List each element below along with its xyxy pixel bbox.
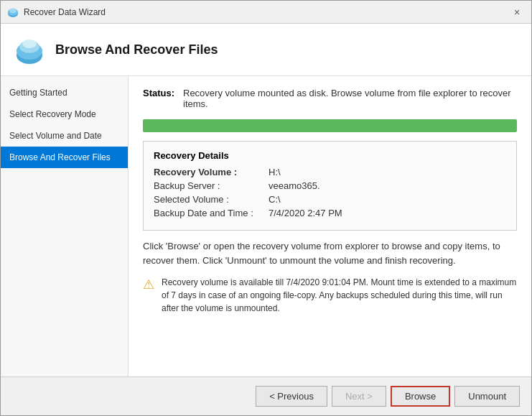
browse-button[interactable]: Browse	[391, 386, 450, 407]
svg-point-2	[9, 8, 17, 13]
details-value-1: veeamo365.	[269, 180, 320, 191]
sidebar-item-getting-started[interactable]: Getting Started	[1, 82, 128, 103]
details-row-0: Recovery Volume : H:\	[154, 167, 506, 177]
footer: < Previous Next > Browse Unmount	[1, 376, 531, 415]
details-row-1: Backup Server : veeamo365.	[154, 180, 506, 191]
details-row-3: Backup Date and Time : 7/4/2020 2:47 PM	[154, 208, 506, 218]
details-value-3: 7/4/2020 2:47 PM	[269, 208, 342, 218]
status-row: Status: Recovery volume mounted as disk.…	[143, 88, 517, 109]
title-bar: Recover Data Wizard ×	[1, 1, 531, 24]
details-value-0: H:\	[269, 167, 281, 177]
warning-text: Recovery volume is available till 7/4/20…	[162, 276, 517, 315]
details-title: Recovery Details	[154, 150, 506, 161]
sidebar: Getting Started Select Recovery Mode Sel…	[1, 76, 129, 376]
details-row-2: Selected Volume : C:\	[154, 194, 506, 205]
sidebar-item-select-recovery-mode[interactable]: Select Recovery Mode	[1, 103, 128, 125]
progress-fill	[143, 119, 517, 132]
details-key-3: Backup Date and Time :	[154, 208, 269, 218]
window: Recover Data Wizard × Browse And Recover…	[0, 0, 532, 416]
details-box: Recovery Details Recovery Volume : H:\ B…	[143, 141, 517, 231]
window-title: Recover Data Wizard	[24, 7, 508, 17]
sidebar-item-select-volume-date[interactable]: Select Volume and Date	[1, 125, 128, 147]
unmount-button[interactable]: Unmount	[454, 386, 520, 407]
content-area: Status: Recovery volume mounted as disk.…	[129, 76, 531, 376]
details-key-0: Recovery Volume :	[154, 167, 269, 177]
body: Getting Started Select Recovery Mode Sel…	[1, 76, 531, 376]
status-text: Recovery volume mounted as disk. Browse …	[183, 88, 517, 109]
description-text: Click 'Browse' or open the recovery volu…	[143, 239, 517, 267]
details-key-1: Backup Server :	[154, 180, 269, 191]
sidebar-item-browse-recover[interactable]: Browse And Recover Files	[1, 147, 128, 168]
svg-point-6	[22, 40, 37, 48]
header: Browse And Recover Files	[1, 24, 531, 76]
next-button[interactable]: Next >	[332, 386, 386, 407]
progress-bar	[143, 119, 517, 132]
page-title: Browse And Recover Files	[55, 42, 218, 57]
app-icon	[6, 6, 19, 19]
header-icon	[12, 32, 47, 67]
close-button[interactable]: ×	[508, 4, 526, 21]
previous-button[interactable]: < Previous	[256, 386, 327, 407]
warning-box: ⚠ Recovery volume is available till 7/4/…	[143, 276, 517, 315]
status-label: Status:	[143, 88, 179, 98]
details-value-2: C:\	[269, 194, 281, 205]
details-key-2: Selected Volume :	[154, 194, 269, 205]
warning-icon: ⚠	[143, 277, 154, 292]
